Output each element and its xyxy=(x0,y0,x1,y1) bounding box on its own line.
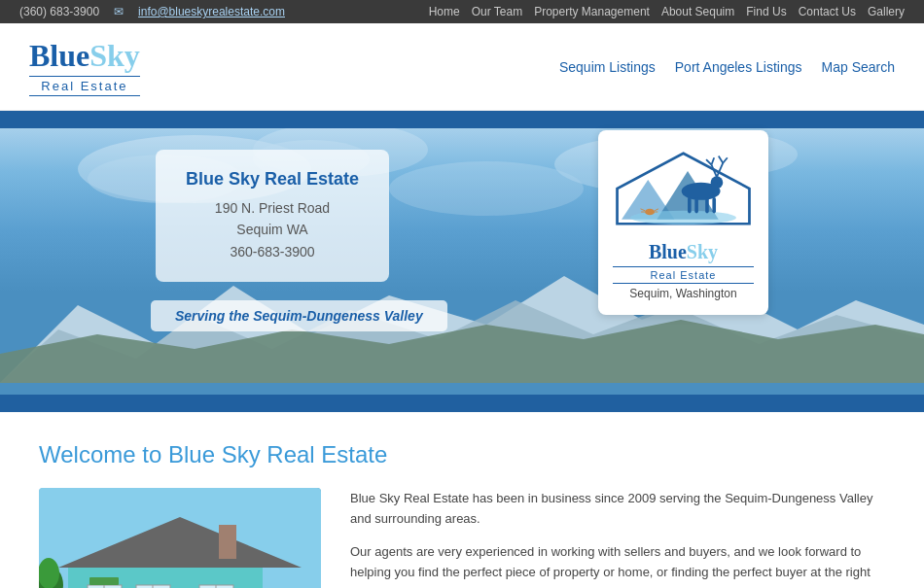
nav-find-us[interactable]: Find Us xyxy=(746,5,786,18)
top-bar: (360) 683-3900 ✉ info@blueskyrealestate.… xyxy=(0,0,924,23)
logo-sky: Sky xyxy=(89,38,140,73)
content-right: Blue Sky Real Estate has been in busines… xyxy=(350,488,885,588)
badge-wordmark: BlueSky xyxy=(613,241,754,263)
svg-rect-48 xyxy=(219,525,236,559)
badge-elk-icon xyxy=(613,145,754,232)
nav-map-search[interactable]: Map Search xyxy=(822,59,895,75)
hero-bottom-border xyxy=(0,395,924,412)
hero-logo-badge: BlueSky Real Estate Sequim, Washington xyxy=(598,130,768,315)
email-link[interactable]: info@blueskyrealestate.com xyxy=(138,5,285,18)
email-icon: ✉ xyxy=(114,5,124,18)
svg-line-26 xyxy=(723,157,728,162)
hero-section: Blue Sky Real Estate 190 N. Priest Road … xyxy=(0,111,924,412)
content-text: Blue Sky Real Estate has been in busines… xyxy=(350,488,885,588)
logo-blue: Blue xyxy=(29,38,89,73)
badge-blue: Blue xyxy=(649,241,687,262)
paragraph-2: Our agents are very experienced in worki… xyxy=(350,541,885,588)
nav-property-management[interactable]: Property Management xyxy=(534,5,650,18)
hero-tagline: Serving the Sequim-Dungeness Valley xyxy=(151,300,447,331)
nav-our-team[interactable]: Our Team xyxy=(472,5,522,18)
svg-rect-16 xyxy=(712,183,719,193)
hero-top-border xyxy=(0,111,924,128)
svg-line-25 xyxy=(719,156,724,162)
svg-rect-17 xyxy=(688,197,692,213)
svg-line-23 xyxy=(712,157,715,164)
main-content: Blue Sky Real Estate has been in busines… xyxy=(0,488,924,588)
property-photo xyxy=(39,488,321,588)
top-bar-nav: Home Our Team Property Management About … xyxy=(429,5,905,18)
nav-port-angeles-listings[interactable]: Port Angeles Listings xyxy=(675,59,802,75)
svg-rect-20 xyxy=(712,197,716,213)
svg-point-6 xyxy=(389,161,584,216)
header: BlueSky Real Estate Sequim Listings Port… xyxy=(0,23,924,111)
welcome-title: Welcome to Blue Sky Real Estate xyxy=(39,412,885,468)
hero-phone: 360-683-3900 xyxy=(185,241,360,262)
nav-contact-us[interactable]: Contact Us xyxy=(799,5,856,18)
main-nav: Sequim Listings Port Angeles Listings Ma… xyxy=(559,59,895,75)
svg-point-27 xyxy=(645,209,655,215)
logo-subtitle: Real Estate xyxy=(29,76,140,96)
svg-rect-18 xyxy=(694,197,698,213)
paragraph-1: Blue Sky Real Estate has been in busines… xyxy=(350,488,885,530)
building-illustration xyxy=(39,488,321,588)
hero-mountains xyxy=(0,266,924,383)
logo: BlueSky Real Estate xyxy=(29,38,140,96)
svg-rect-61 xyxy=(89,577,119,585)
logo-wordmark: BlueSky xyxy=(29,38,140,74)
content-left xyxy=(39,488,321,588)
hero-info-box: Blue Sky Real Estate 190 N. Priest Road … xyxy=(156,150,389,282)
company-name: Blue Sky Real Estate xyxy=(185,169,360,190)
svg-line-22 xyxy=(706,159,711,164)
content-inner: Blue Sky Real Estate has been in busines… xyxy=(39,488,885,588)
address-line1: 190 N. Priest Road xyxy=(185,197,360,219)
nav-home[interactable]: Home xyxy=(429,5,460,18)
nav-sequim-listings[interactable]: Sequim Listings xyxy=(559,59,656,75)
badge-subtitle: Real Estate xyxy=(613,266,754,284)
nav-about-sequim[interactable]: About Sequim xyxy=(661,5,734,18)
nav-gallery[interactable]: Gallery xyxy=(868,5,905,18)
badge-sky: Sky xyxy=(687,241,718,262)
svg-rect-19 xyxy=(705,197,709,213)
top-bar-left: (360) 683-3900 ✉ info@blueskyrealestate.… xyxy=(19,5,285,18)
address-line2: Sequim WA xyxy=(185,219,360,240)
badge-location: Sequim, Washington xyxy=(613,287,754,300)
phone-number: (360) 683-3900 xyxy=(19,5,99,18)
welcome-row: Welcome to Blue Sky Real Estate xyxy=(0,412,924,468)
logo-block: BlueSky Real Estate xyxy=(29,38,140,96)
